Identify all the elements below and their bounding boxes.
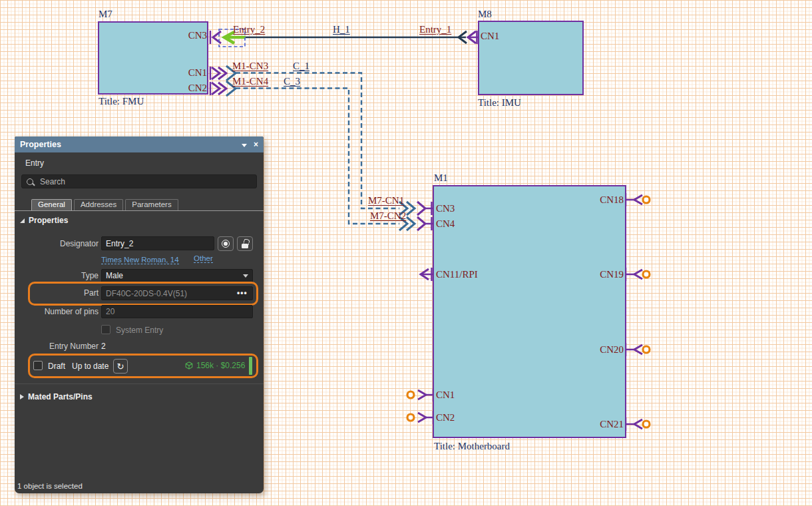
supply-chain-stats: 156k · $0.256: [185, 361, 245, 370]
port-label-m1-cn4[interactable]: CN4: [436, 218, 455, 229]
tab-divider: [15, 210, 264, 211]
draft-checkbox[interactable]: [33, 361, 43, 370]
port-arrow-m1-cn1[interactable]: [407, 388, 433, 401]
port-arrow-m1-cn18[interactable]: [626, 193, 650, 206]
block-designator-m7[interactable]: M7: [99, 9, 112, 19]
port-label-m1-cn3[interactable]: CN3: [436, 203, 455, 214]
refresh-icon: ↻: [117, 362, 124, 372]
visibility-button[interactable]: [218, 236, 234, 251]
port-label-m1-cn11[interactable]: CN11/RPI: [436, 269, 478, 280]
wire-label-m7-cn2[interactable]: M7-CN2: [370, 210, 406, 221]
expanded-triangle-icon: [20, 218, 25, 223]
block-title-m1[interactable]: Title: Motherboard: [434, 441, 510, 451]
package-icon: [185, 362, 193, 370]
search-icon: [27, 178, 33, 185]
chevron-down-icon: [242, 144, 247, 147]
part-browse-button[interactable]: •••: [237, 288, 248, 298]
section-properties[interactable]: Properties: [20, 216, 68, 225]
tab-addresses[interactable]: Addresses: [74, 199, 123, 210]
port-arrow-m1-cn2[interactable]: [407, 411, 433, 424]
section-divider: [15, 383, 264, 384]
part-label: Part: [20, 288, 99, 298]
port-label-m1-cn1[interactable]: CN1: [436, 389, 455, 400]
port-label-m1-cn19[interactable]: CN19: [565, 269, 624, 280]
panel-title: Properties: [20, 140, 235, 149]
port-arrow-m1-cn19[interactable]: [626, 268, 650, 281]
system-entry-checkbox[interactable]: [101, 325, 110, 334]
font-link[interactable]: Times New Roman, 14: [101, 256, 179, 264]
lock-button[interactable]: [237, 236, 253, 251]
type-value: Male: [106, 271, 243, 280]
port-label-m1-cn20[interactable]: CN20: [565, 344, 624, 355]
update-status-label: Up to date: [72, 362, 108, 371]
port-label-m1-cn18[interactable]: CN18: [565, 194, 624, 205]
eye-icon: [222, 240, 230, 248]
selection-status: 1 object is selected: [17, 482, 83, 490]
draft-label: Draft: [48, 362, 65, 371]
section-mated-parts[interactable]: Mated Parts/Pins: [20, 392, 93, 401]
pins-label: Number of pins: [20, 307, 99, 316]
schematic-editor: M7 Title: FMU M8 Title: IMU M1 Title: Mo…: [0, 0, 812, 506]
other-font-link[interactable]: Other: [194, 254, 213, 263]
entry-label-entry2[interactable]: Entry_2: [233, 24, 265, 35]
tab-parameters[interactable]: Parameters: [125, 199, 178, 210]
port-label-m1-cn2[interactable]: CN2: [436, 412, 455, 423]
port-arrow-m1-cn20[interactable]: [626, 343, 650, 356]
stock-price-text: 156k · $0.256: [196, 361, 245, 370]
port-label-m8-cn1[interactable]: CN1: [481, 31, 499, 41]
stock-level-bar: [249, 357, 252, 375]
port-arrow-m1-cn21[interactable]: [626, 417, 650, 431]
port-label-m1-cn21[interactable]: CN21: [565, 419, 624, 429]
designator-input[interactable]: [101, 236, 214, 250]
block-designator-m8[interactable]: M8: [478, 9, 492, 19]
entry-number-value: 2: [101, 342, 106, 351]
panel-menu-button[interactable]: [242, 140, 247, 148]
properties-panel: Properties × Entry General Addresses Par…: [15, 136, 264, 493]
wire-label-h1[interactable]: H_1: [333, 24, 350, 35]
section-properties-label: Properties: [29, 216, 68, 225]
type-label: Type: [20, 271, 99, 280]
wire-label-c1[interactable]: C_1: [293, 61, 309, 71]
search-input[interactable]: [39, 176, 241, 187]
object-type-label: Entry: [25, 158, 44, 168]
block-title-m8[interactable]: Title: IMU: [478, 97, 521, 108]
port-label-m7-cn3[interactable]: CN3: [167, 30, 207, 41]
pins-input[interactable]: [101, 305, 253, 318]
panel-header[interactable]: Properties ×: [15, 136, 264, 152]
entry-number-label: Entry Number: [20, 342, 99, 351]
wire-label-m7-cn1[interactable]: M7-CN1: [368, 195, 404, 206]
unlock-icon: [242, 244, 248, 248]
tab-bar: General Addresses Parameters: [31, 199, 178, 210]
chevron-down-icon: [243, 274, 248, 278]
tab-general[interactable]: General: [31, 199, 72, 210]
designator-label: Designator: [20, 239, 99, 248]
entry-label-entry1[interactable]: Entry_1: [419, 24, 451, 35]
block-designator-m1[interactable]: M1: [434, 172, 448, 183]
search-box[interactable]: [21, 174, 257, 188]
port-arrow-m1-cn11[interactable]: [421, 268, 433, 281]
section-mated-parts-label: Mated Parts/Pins: [28, 392, 93, 401]
refresh-button[interactable]: ↻: [113, 359, 128, 374]
part-input[interactable]: [101, 286, 253, 300]
block-title-m7[interactable]: Title: FMU: [99, 96, 144, 107]
port-label-m7-cn2[interactable]: CN2: [167, 83, 207, 93]
wire-label-m1-cn4[interactable]: M1-CN4: [232, 76, 268, 87]
system-entry-label: System Entry: [116, 326, 163, 335]
port-label-m7-cn1[interactable]: CN1: [167, 67, 207, 78]
collapsed-triangle-icon: [20, 394, 24, 399]
block-m1[interactable]: [433, 185, 626, 438]
wire-label-m1-cn3[interactable]: M1-CN3: [232, 61, 268, 71]
type-dropdown[interactable]: Male: [101, 269, 253, 282]
panel-close-button[interactable]: ×: [254, 140, 258, 148]
wire-label-c3[interactable]: C_3: [284, 76, 300, 87]
